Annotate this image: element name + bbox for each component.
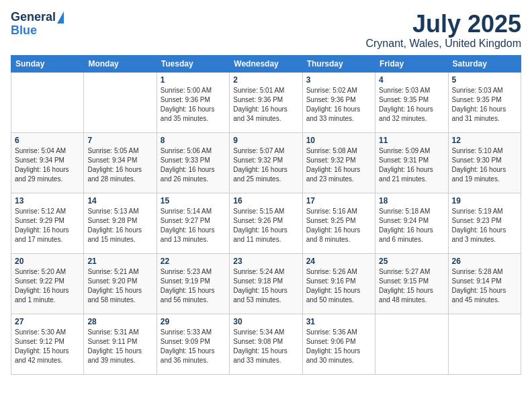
day-number: 21	[87, 257, 152, 266]
day-number: 17	[306, 196, 371, 205]
logo-general: General	[11, 11, 56, 24]
day-number: 18	[379, 196, 444, 205]
table-row: 9Sunrise: 5:07 AM Sunset: 9:32 PM Daylig…	[230, 132, 302, 193]
location-subtitle: Crynant, Wales, United Kingdom	[365, 38, 521, 50]
calendar-header-row: Sunday Monday Tuesday Wednesday Thursday…	[11, 55, 521, 72]
table-row: 4Sunrise: 5:03 AM Sunset: 9:35 PM Daylig…	[375, 72, 448, 132]
table-row: 8Sunrise: 5:06 AM Sunset: 9:33 PM Daylig…	[157, 132, 229, 193]
day-number: 7	[87, 136, 152, 145]
day-number: 9	[233, 136, 298, 145]
day-info: Sunrise: 5:03 AM Sunset: 9:35 PM Dayligh…	[379, 86, 444, 124]
day-number: 23	[233, 257, 298, 266]
day-info: Sunrise: 5:03 AM Sunset: 9:35 PM Dayligh…	[452, 86, 517, 124]
calendar-week-row: 27Sunrise: 5:30 AM Sunset: 9:12 PM Dayli…	[11, 314, 521, 374]
day-number: 24	[306, 257, 371, 266]
day-info: Sunrise: 5:02 AM Sunset: 9:36 PM Dayligh…	[306, 86, 371, 124]
table-row	[84, 72, 157, 132]
table-row: 23Sunrise: 5:24 AM Sunset: 9:18 PM Dayli…	[230, 253, 302, 314]
day-info: Sunrise: 5:01 AM Sunset: 9:36 PM Dayligh…	[233, 86, 298, 124]
day-info: Sunrise: 5:28 AM Sunset: 9:14 PM Dayligh…	[452, 267, 517, 305]
day-info: Sunrise: 5:06 AM Sunset: 9:33 PM Dayligh…	[161, 146, 226, 184]
table-row	[11, 72, 84, 132]
table-row: 24Sunrise: 5:26 AM Sunset: 9:16 PM Dayli…	[302, 253, 375, 314]
table-row: 3Sunrise: 5:02 AM Sunset: 9:36 PM Daylig…	[302, 72, 375, 132]
logo-triangle-icon	[57, 11, 64, 24]
day-number: 8	[161, 136, 226, 145]
header-friday: Friday	[375, 55, 448, 72]
day-number: 6	[15, 136, 80, 145]
table-row: 6Sunrise: 5:04 AM Sunset: 9:34 PM Daylig…	[11, 132, 84, 193]
header-sunday: Sunday	[11, 55, 84, 72]
table-row: 12Sunrise: 5:10 AM Sunset: 9:30 PM Dayli…	[448, 132, 521, 193]
day-info: Sunrise: 5:00 AM Sunset: 9:36 PM Dayligh…	[161, 86, 226, 124]
calendar-week-row: 20Sunrise: 5:20 AM Sunset: 9:22 PM Dayli…	[11, 253, 521, 314]
header-wednesday: Wednesday	[230, 55, 302, 72]
day-info: Sunrise: 5:24 AM Sunset: 9:18 PM Dayligh…	[233, 267, 298, 305]
table-row	[375, 314, 448, 374]
day-info: Sunrise: 5:23 AM Sunset: 9:19 PM Dayligh…	[161, 267, 226, 305]
day-number: 1	[161, 75, 226, 85]
calendar-week-row: 6Sunrise: 5:04 AM Sunset: 9:34 PM Daylig…	[11, 132, 521, 193]
day-info: Sunrise: 5:10 AM Sunset: 9:30 PM Dayligh…	[452, 146, 517, 184]
table-row: 31Sunrise: 5:36 AM Sunset: 9:06 PM Dayli…	[302, 314, 375, 374]
page-header: General Blue July 2025 Crynant, Wales, U…	[11, 11, 521, 50]
table-row: 7Sunrise: 5:05 AM Sunset: 9:34 PM Daylig…	[84, 132, 157, 193]
day-info: Sunrise: 5:26 AM Sunset: 9:16 PM Dayligh…	[306, 267, 371, 305]
day-info: Sunrise: 5:34 AM Sunset: 9:08 PM Dayligh…	[233, 328, 298, 365]
day-info: Sunrise: 5:05 AM Sunset: 9:34 PM Dayligh…	[87, 146, 152, 184]
table-row: 17Sunrise: 5:16 AM Sunset: 9:25 PM Dayli…	[302, 193, 375, 253]
day-info: Sunrise: 5:20 AM Sunset: 9:22 PM Dayligh…	[15, 267, 80, 305]
day-info: Sunrise: 5:07 AM Sunset: 9:32 PM Dayligh…	[233, 146, 298, 184]
day-info: Sunrise: 5:31 AM Sunset: 9:11 PM Dayligh…	[87, 328, 152, 365]
day-number: 16	[233, 196, 298, 205]
day-info: Sunrise: 5:36 AM Sunset: 9:06 PM Dayligh…	[306, 328, 371, 365]
table-row: 27Sunrise: 5:30 AM Sunset: 9:12 PM Dayli…	[11, 314, 84, 374]
table-row: 16Sunrise: 5:15 AM Sunset: 9:26 PM Dayli…	[230, 193, 302, 253]
table-row: 18Sunrise: 5:18 AM Sunset: 9:24 PM Dayli…	[375, 193, 448, 253]
day-info: Sunrise: 5:04 AM Sunset: 9:34 PM Dayligh…	[15, 146, 80, 184]
calendar-table: Sunday Monday Tuesday Wednesday Thursday…	[11, 55, 521, 375]
table-row: 28Sunrise: 5:31 AM Sunset: 9:11 PM Dayli…	[84, 314, 157, 374]
table-row: 5Sunrise: 5:03 AM Sunset: 9:35 PM Daylig…	[448, 72, 521, 132]
table-row: 14Sunrise: 5:13 AM Sunset: 9:28 PM Dayli…	[84, 193, 157, 253]
table-row: 1Sunrise: 5:00 AM Sunset: 9:36 PM Daylig…	[157, 72, 229, 132]
table-row: 26Sunrise: 5:28 AM Sunset: 9:14 PM Dayli…	[448, 253, 521, 314]
header-thursday: Thursday	[302, 55, 375, 72]
day-number: 11	[379, 136, 444, 145]
table-row: 30Sunrise: 5:34 AM Sunset: 9:08 PM Dayli…	[230, 314, 302, 374]
day-info: Sunrise: 5:19 AM Sunset: 9:23 PM Dayligh…	[452, 207, 517, 244]
table-row: 25Sunrise: 5:27 AM Sunset: 9:15 PM Dayli…	[375, 253, 448, 314]
table-row	[448, 314, 521, 374]
day-number: 12	[452, 136, 517, 145]
table-row: 21Sunrise: 5:21 AM Sunset: 9:20 PM Dayli…	[84, 253, 157, 314]
table-row: 2Sunrise: 5:01 AM Sunset: 9:36 PM Daylig…	[230, 72, 302, 132]
day-number: 10	[306, 136, 371, 145]
day-info: Sunrise: 5:21 AM Sunset: 9:20 PM Dayligh…	[87, 267, 152, 305]
table-row: 20Sunrise: 5:20 AM Sunset: 9:22 PM Dayli…	[11, 253, 84, 314]
day-number: 5	[452, 75, 517, 85]
day-info: Sunrise: 5:13 AM Sunset: 9:28 PM Dayligh…	[87, 207, 152, 244]
logo-blue-text: Blue	[11, 24, 37, 38]
day-info: Sunrise: 5:30 AM Sunset: 9:12 PM Dayligh…	[15, 328, 80, 365]
day-info: Sunrise: 5:14 AM Sunset: 9:27 PM Dayligh…	[161, 207, 226, 244]
day-number: 13	[15, 196, 80, 205]
day-number: 19	[452, 196, 517, 205]
title-area: July 2025 Crynant, Wales, United Kingdom	[365, 11, 521, 50]
day-number: 25	[379, 257, 444, 266]
table-row: 15Sunrise: 5:14 AM Sunset: 9:27 PM Dayli…	[157, 193, 229, 253]
day-number: 31	[306, 317, 371, 326]
table-row: 22Sunrise: 5:23 AM Sunset: 9:19 PM Dayli…	[157, 253, 229, 314]
day-info: Sunrise: 5:33 AM Sunset: 9:09 PM Dayligh…	[161, 328, 226, 365]
day-info: Sunrise: 5:27 AM Sunset: 9:15 PM Dayligh…	[379, 267, 444, 305]
day-info: Sunrise: 5:08 AM Sunset: 9:32 PM Dayligh…	[306, 146, 371, 184]
calendar-week-row: 1Sunrise: 5:00 AM Sunset: 9:36 PM Daylig…	[11, 72, 521, 132]
table-row: 10Sunrise: 5:08 AM Sunset: 9:32 PM Dayli…	[302, 132, 375, 193]
table-row: 11Sunrise: 5:09 AM Sunset: 9:31 PM Dayli…	[375, 132, 448, 193]
day-number: 3	[306, 75, 371, 85]
day-number: 2	[233, 75, 298, 85]
table-row: 13Sunrise: 5:12 AM Sunset: 9:29 PM Dayli…	[11, 193, 84, 253]
day-number: 28	[87, 317, 152, 326]
header-tuesday: Tuesday	[157, 55, 229, 72]
day-info: Sunrise: 5:16 AM Sunset: 9:25 PM Dayligh…	[306, 207, 371, 244]
header-monday: Monday	[84, 55, 157, 72]
